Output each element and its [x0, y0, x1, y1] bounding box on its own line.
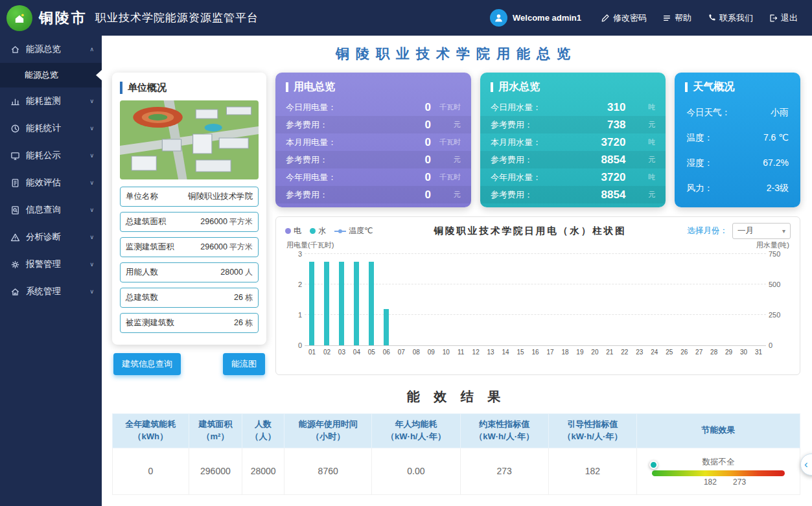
metric-row: 今日用水量：310吨: [480, 98, 666, 116]
brand: 铜陵市 职业技术学院能源资源监管平台: [6, 5, 259, 31]
unit-field-monitored-area: 监测建筑面积 296000平方米: [120, 237, 259, 257]
main-content: 铜陵职业技术学院用能总览 单位概况: [102, 36, 812, 506]
sidebar-item-energy-overview[interactable]: 能源总览 ∧: [0, 36, 102, 63]
col-building-area: 建筑面积（m²）: [189, 414, 242, 448]
chevron-down-icon: ∨: [89, 234, 94, 240]
contact-us-button[interactable]: 联系我们: [707, 12, 753, 24]
weather-row: 今日天气：小雨: [675, 107, 800, 119]
monitor-icon: [10, 151, 20, 161]
system-home-icon: [10, 287, 20, 297]
col-saving-effect: 节能效果: [637, 414, 800, 448]
gauge-gradient-bar: [652, 470, 785, 476]
sidebar: 能源总览 ∧ 能源总览 能耗监测 ∨ 能耗统计 ∨ 能耗公示 ∨ 能效评估 ∨ …: [0, 36, 102, 506]
sidebar-item-analysis-diagnosis[interactable]: 分析诊断 ∨: [0, 224, 102, 251]
month-dropdown[interactable]: 一月 ▾: [732, 223, 791, 239]
logout-button[interactable]: 退出: [769, 12, 798, 24]
sidebar-item-info-query[interactable]: 信息查询 ∨: [0, 196, 102, 224]
efficiency-table-data-row: 0 296000 28000 8760 0.00 273 182 数据不全 18…: [113, 448, 800, 494]
col-constraint-index: 约束性指标值（kW·h/人·年）: [460, 414, 548, 448]
gauge-max-label: 273: [733, 477, 746, 487]
gauge-min-label: 182: [704, 477, 717, 487]
sidebar-item-energy-monitoring[interactable]: 能耗监测 ∨: [0, 87, 102, 115]
user-avatar: [490, 9, 507, 27]
electricity-overview-panel: 用电总览 今日用电量：0千瓦时 参考费用：0元 本月用电量：0千瓦时 参考费用：…: [275, 73, 471, 207]
chevron-down-icon: ∨: [89, 179, 94, 186]
energy-flow-button[interactable]: 能流图: [223, 353, 265, 375]
chart-legend: 电 水 温度℃: [285, 225, 373, 236]
metric-row: 参考费用：8854元: [480, 151, 666, 168]
chevron-down-icon: ∨: [89, 98, 94, 104]
cell-annual-energy: 0: [113, 448, 189, 494]
unit-field-monitored-building-count: 被监测建筑数 26栋: [120, 313, 259, 333]
change-password-button[interactable]: 修改密码: [601, 12, 647, 24]
chevron-down-icon: ▾: [782, 227, 785, 235]
top-menu: 修改密码 帮助 联系我们 退出: [601, 12, 798, 24]
chevron-down-icon: ∨: [89, 261, 94, 268]
efficiency-section-title: 能 效 结 果: [112, 388, 800, 406]
gauge-marker-icon: [649, 461, 658, 469]
unit-field-total-area: 总建筑面积 296000平方米: [120, 212, 259, 232]
water-overview-panel: 用水总览 今日用水量：310吨 参考费用：738元 本月用水量：3720吨 参考…: [480, 73, 666, 207]
weather-row: 温度：7.6 ℃: [675, 132, 800, 144]
sidebar-item-energy-publicity[interactable]: 能耗公示 ∨: [0, 142, 102, 169]
month-selector-label: 选择月份：: [688, 225, 728, 236]
chevron-down-icon: ∨: [89, 288, 94, 295]
report-icon: [10, 178, 20, 188]
efficiency-table-header-row: 全年建筑能耗（kWh） 建筑面积（m²） 人数（人） 能源年使用时间（小时） 年…: [113, 414, 800, 448]
metric-row: 参考费用：8854元: [480, 186, 666, 203]
sidebar-item-system-management[interactable]: 系统管理 ∨: [0, 278, 102, 305]
water-panel-title: 用水总览: [480, 73, 666, 98]
col-per-capita: 年人均能耗（kW·h/人·年）: [372, 414, 460, 448]
gauge-status: 数据不全: [652, 457, 785, 468]
cell-annual-hours: 8760: [284, 448, 372, 494]
sidebar-item-alarm-management[interactable]: 报警管理 ∨: [0, 251, 102, 278]
right-axis-ticks: 0250500750: [769, 254, 789, 345]
chevron-down-icon: ∨: [89, 207, 94, 213]
chevron-down-icon: ∨: [89, 125, 94, 132]
legend-electricity[interactable]: 电: [285, 225, 301, 236]
metric-row: 今年用电量：0千瓦时: [275, 168, 471, 186]
clock-icon: [10, 124, 20, 133]
cell-saving-effect: 数据不全 182 273: [637, 448, 800, 494]
unit-overview-card: 单位概况: [112, 73, 266, 345]
month-selector: 选择月份： 一月 ▾: [688, 223, 791, 239]
left-axis-ticks: 0123: [286, 254, 302, 345]
warning-icon: [10, 233, 20, 242]
home-icon: [10, 45, 20, 54]
welcome-text: Welcome admin1: [513, 13, 581, 23]
cell-building-area: 296000: [189, 448, 242, 494]
x-axis-labels: 0102030405060708091011121314151617181920…: [305, 346, 766, 356]
metric-row: 今日用电量：0千瓦时: [275, 98, 471, 116]
brand-city: 铜陵市: [39, 8, 87, 28]
electricity-panel-title: 用电总览: [275, 73, 471, 98]
sidebar-subitem-energy-overview[interactable]: 能源总览: [0, 63, 102, 87]
unit-field-name: 单位名称 铜陵职业技术学院: [120, 187, 259, 207]
page-title: 铜陵职业技术学院用能总览: [112, 45, 800, 63]
legend-water[interactable]: 水: [310, 225, 326, 236]
building-info-query-button[interactable]: 建筑信息查询: [113, 353, 181, 375]
unit-overview-title: 单位概况: [120, 82, 259, 94]
temperature-line-icon: [334, 231, 346, 232]
col-guidance-index: 引导性指标值（kW·h/人·年）: [548, 414, 636, 448]
top-bar: 铜陵市 职业技术学院能源资源监管平台 Welcome admin1 修改密码 帮…: [0, 0, 812, 36]
cell-guidance-index: 182: [548, 448, 636, 494]
phone-icon: [707, 14, 716, 23]
weather-overview-panel: 天气概况 今日天气：小雨 温度：7.6 ℃ 湿度：67.2% 风力：2-3级: [675, 73, 800, 207]
weather-row: 风力：2-3级: [675, 183, 800, 194]
search-doc-icon: [10, 205, 20, 215]
help-list-icon: [662, 14, 671, 23]
weather-panel-title: 天气概况: [675, 73, 800, 98]
metric-row: 今年用水量：3720吨: [480, 168, 666, 186]
legend-temperature[interactable]: 温度℃: [334, 225, 373, 236]
sidebar-item-energy-statistics[interactable]: 能耗统计 ∨: [0, 115, 102, 142]
sidebar-item-efficiency-evaluation[interactable]: 能效评估 ∨: [0, 169, 102, 196]
metric-row: 参考费用：0元: [275, 151, 471, 168]
electricity-metrics: 今日用电量：0千瓦时 参考费用：0元 本月用电量：0千瓦时 参考费用：0元 今年…: [275, 98, 471, 207]
help-button[interactable]: 帮助: [662, 12, 691, 24]
gear-icon: [10, 260, 20, 270]
col-annual-energy: 全年建筑能耗（kWh）: [113, 414, 189, 448]
chart-bars: [305, 254, 766, 345]
left-axis-label: 用电量(千瓦时): [286, 240, 334, 250]
col-people: 人数（人）: [242, 414, 284, 448]
weather-metrics: 今日天气：小雨 温度：7.6 ℃ 湿度：67.2% 风力：2-3级: [675, 98, 800, 207]
